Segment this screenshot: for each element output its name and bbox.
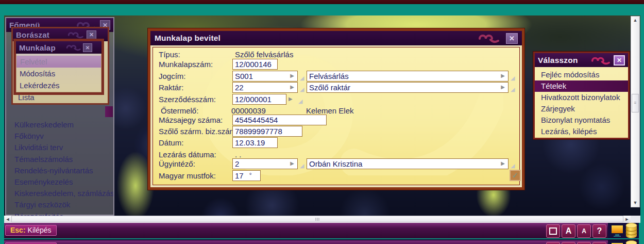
- valasszon-title: Válasszon: [538, 56, 578, 65]
- menu-item[interactable]: Módosítás: [16, 68, 101, 79]
- help-button[interactable]: ?: [592, 242, 606, 244]
- top-maroon-strip: [0, 0, 644, 4]
- dialog-close-icon[interactable]: ✕: [506, 33, 518, 44]
- mustfok-input[interactable]: 17 °: [232, 170, 261, 181]
- munkalap-menu-list: Felvétel Módosítás Lekérdezés: [16, 56, 101, 91]
- ostermelo-code: 00000039: [231, 106, 266, 115]
- menu-item[interactable]: Bizonylat nyomtatás: [535, 115, 628, 126]
- menu-item-selected[interactable]: Tételek: [535, 80, 628, 92]
- menu-item[interactable]: Tárgyi eszközök: [6, 199, 113, 210]
- menu-item[interactable]: Rendelés-nyilvántartás: [6, 165, 113, 176]
- letter-a-small-icon: A: [582, 227, 586, 235]
- menu-item[interactable]: Külkereskedelem: [6, 119, 113, 131]
- window-mode-button[interactable]: [546, 242, 560, 244]
- valasszon-close-icon[interactable]: ✕: [614, 55, 625, 66]
- munkalapszam-input[interactable]: [232, 59, 278, 70]
- jogcim-code-input[interactable]: [232, 71, 298, 82]
- font-smaller-button[interactable]: A: [577, 224, 591, 238]
- esc-exit-button[interactable]: Esc:Kilépés: [5, 225, 57, 236]
- application-screen: Főmenü ✕ Külkereskedelem Főkönyv Likvidi…: [0, 0, 644, 244]
- menu-item[interactable]: Témaelszámolás: [6, 154, 113, 165]
- status-icon-panel: [608, 240, 639, 244]
- esc-action-label: Kilépés: [28, 226, 52, 234]
- lookup-arrow-icon[interactable]: ▶: [501, 84, 505, 90]
- database-icon[interactable]: [625, 223, 638, 238]
- menu-item[interactable]: Zárjegyek: [535, 103, 628, 115]
- font-larger-button[interactable]: A: [562, 242, 575, 244]
- field-row-mustfok: Magyar mustfok: 17 °: [153, 170, 519, 182]
- brand-swirl-icon: [65, 44, 81, 51]
- question-mark-icon: ?: [597, 226, 602, 236]
- field-label: Ügyintéző:: [159, 159, 195, 168]
- resize-corner-icon: ◢: [300, 87, 304, 92]
- menu-item[interactable]: Fejléc módosítás: [535, 69, 628, 80]
- lezaras-datuma-value: . .: [235, 150, 242, 159]
- menu-item[interactable]: Lezárás, kilépés: [535, 126, 628, 137]
- field-row-szarm-bizonylat: Szőlő szárm. biz.szám:: [153, 126, 519, 137]
- szarm-bizonylat-input[interactable]: [232, 126, 302, 137]
- lookup-arrow-icon[interactable]: ▶: [290, 84, 294, 90]
- dialog-munkalap-bevitel: Munkalap bevitel ✕ Típus: Szőlő felvásár…: [148, 28, 524, 190]
- scroll-down-icon[interactable]: ▼: [631, 199, 639, 207]
- scroll-left-icon[interactable]: ◄: [4, 216, 11, 223]
- menu-item-selected[interactable]: Felvétel: [16, 56, 101, 68]
- vertical-scroll-thumb[interactable]: ≡: [632, 94, 639, 112]
- menu-item[interactable]: Lekérdezés: [16, 79, 101, 91]
- monitor-icon[interactable]: [610, 241, 624, 244]
- fomenu-selected-item-fragment: [105, 106, 113, 117]
- raktar-name-input[interactable]: [307, 82, 509, 93]
- dialog-titlebar[interactable]: Munkalap bevitel ✕: [150, 31, 522, 45]
- jogcim-name-input[interactable]: [307, 71, 509, 82]
- lookup-arrow-icon[interactable]: ▶: [290, 73, 294, 79]
- degree-unit: °: [249, 172, 252, 179]
- letter-a-large-icon: A: [566, 226, 572, 236]
- field-row-ugyintezo: Ügyintéző: ▶ ◢ ▶ ◢: [153, 158, 519, 170]
- field-label: Szerződésszám:: [159, 95, 216, 104]
- monitor-icon[interactable]: [610, 224, 624, 238]
- ugyintezo-name-input[interactable]: [307, 158, 509, 169]
- szerzodesszam-input[interactable]: [232, 94, 286, 105]
- field-label: Szőlő szárm. biz.szám:: [159, 127, 238, 136]
- menu-item[interactable]: Kiskereskedelem, számlázás: [6, 188, 113, 199]
- help-button[interactable]: ?: [592, 224, 606, 238]
- brand-swirl-icon: [589, 56, 611, 65]
- munkalap-titlebar[interactable]: Munkalap ✕: [16, 41, 101, 54]
- confirm-check-button[interactable]: ✓: [510, 170, 521, 181]
- lookup-arrow-icon[interactable]: ▶: [501, 73, 505, 79]
- datum-input[interactable]: [232, 137, 278, 148]
- dialog-title: Munkalap bevitel: [155, 34, 221, 43]
- ugyintezo-code-input[interactable]: [232, 158, 298, 169]
- menu-item[interactable]: Eseménykezelés: [6, 176, 113, 188]
- window-mode-button[interactable]: [546, 224, 560, 238]
- field-label: Lezárás dátuma:: [159, 150, 216, 159]
- field-row-datum: Dátum:: [153, 137, 519, 149]
- esc-key-label: Esc:: [10, 226, 26, 234]
- field-label: Őstermelő:: [161, 106, 198, 115]
- lookup-arrow-icon[interactable]: ▶: [290, 160, 294, 167]
- status-icon-panel: [608, 223, 639, 238]
- lookup-arrow-icon[interactable]: ▶: [501, 160, 505, 167]
- horizontal-scroll-thumb[interactable]: [11, 216, 623, 222]
- resize-corner-icon: ◢: [298, 99, 302, 104]
- window-valasszon: Válasszon ✕ Fejléc módosítás Tételek Hiv…: [533, 52, 630, 139]
- font-larger-button[interactable]: A: [562, 224, 575, 238]
- mazsajegy-input[interactable]: [232, 115, 327, 125]
- database-icon[interactable]: [625, 240, 638, 244]
- resize-corner-icon: ◢: [511, 75, 515, 81]
- tipus-value: Szőlő felvásárlás: [235, 50, 293, 59]
- valasszon-titlebar[interactable]: Válasszon ✕: [535, 53, 628, 67]
- vertical-scrollbar[interactable]: ▲ ≡ ▼: [631, 16, 640, 207]
- boraszat-close-icon[interactable]: ✕: [87, 30, 96, 40]
- raktar-code-input[interactable]: [232, 82, 298, 93]
- lookup-arrow-icon[interactable]: ▶: [289, 96, 293, 102]
- scroll-right-icon[interactable]: ►: [623, 216, 631, 223]
- menu-item[interactable]: Főkönyv: [6, 131, 113, 142]
- munkalap-close-icon[interactable]: ✕: [83, 43, 92, 52]
- scroll-grip: [316, 218, 319, 221]
- font-smaller-button[interactable]: A: [577, 242, 591, 244]
- scroll-up-icon[interactable]: ▲: [631, 17, 639, 24]
- horizontal-scrollbar[interactable]: ◄ ►: [4, 216, 631, 223]
- menu-item[interactable]: Hivatkozott bizonylatok: [535, 92, 628, 103]
- field-row-raktar: Raktár: ▶ ◢ ▶ ◢: [153, 82, 519, 93]
- menu-item[interactable]: Likviditási terv: [6, 142, 113, 153]
